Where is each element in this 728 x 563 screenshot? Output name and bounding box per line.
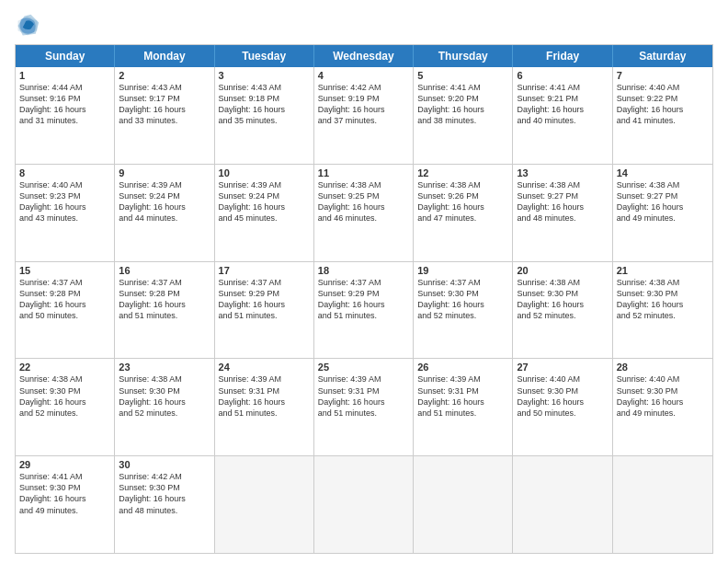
cell-text: Sunrise: 4:43 AMSunset: 9:18 PMDaylight:… xyxy=(219,82,310,127)
cell-text: Sunrise: 4:38 AMSunset: 9:30 PMDaylight:… xyxy=(517,277,608,322)
header-cell-monday: Monday xyxy=(115,45,214,67)
day-number: 11 xyxy=(318,167,409,178)
header-cell-sunday: Sunday xyxy=(16,45,115,67)
cell-text: Sunrise: 4:39 AMSunset: 9:24 PMDaylight:… xyxy=(119,179,210,224)
logo xyxy=(15,13,44,39)
calendar-cell-28: 28Sunrise: 4:40 AMSunset: 9:30 PMDayligh… xyxy=(613,359,712,455)
day-number: 18 xyxy=(318,265,409,276)
calendar-cell-10: 10Sunrise: 4:39 AMSunset: 9:24 PMDayligh… xyxy=(215,165,314,261)
day-number: 2 xyxy=(119,70,210,81)
calendar-row-3: 15Sunrise: 4:37 AMSunset: 9:28 PMDayligh… xyxy=(16,262,712,360)
calendar-cell-16: 16Sunrise: 4:37 AMSunset: 9:28 PMDayligh… xyxy=(115,262,214,359)
calendar-cell-12: 12Sunrise: 4:38 AMSunset: 9:26 PMDayligh… xyxy=(414,165,513,261)
calendar-cell-21: 21Sunrise: 4:38 AMSunset: 9:30 PMDayligh… xyxy=(613,262,712,359)
calendar-cell-30: 30Sunrise: 4:42 AMSunset: 9:30 PMDayligh… xyxy=(115,456,214,553)
day-number: 8 xyxy=(19,167,110,178)
calendar-cell-17: 17Sunrise: 4:37 AMSunset: 9:29 PMDayligh… xyxy=(215,262,314,359)
calendar-cell-1: 1Sunrise: 4:44 AMSunset: 9:16 PMDaylight… xyxy=(16,67,115,164)
cell-text: Sunrise: 4:39 AMSunset: 9:31 PMDaylight:… xyxy=(318,373,409,419)
calendar-cell-31 xyxy=(215,456,314,553)
calendar-cell-15: 15Sunrise: 4:37 AMSunset: 9:28 PMDayligh… xyxy=(16,262,115,359)
calendar-cell-20: 20Sunrise: 4:38 AMSunset: 9:30 PMDayligh… xyxy=(513,262,612,359)
day-number: 27 xyxy=(517,362,608,373)
calendar-row-2: 8Sunrise: 4:40 AMSunset: 9:23 PMDaylight… xyxy=(16,165,712,262)
calendar-row-5: 29Sunrise: 4:41 AMSunset: 9:30 PMDayligh… xyxy=(16,456,712,553)
cell-text: Sunrise: 4:37 AMSunset: 9:28 PMDaylight:… xyxy=(19,277,110,322)
cell-text: Sunrise: 4:43 AMSunset: 9:17 PMDaylight:… xyxy=(119,82,210,127)
cell-text: Sunrise: 4:38 AMSunset: 9:30 PMDaylight:… xyxy=(617,277,709,322)
calendar-cell-32 xyxy=(314,456,414,553)
calendar-cell-18: 18Sunrise: 4:37 AMSunset: 9:29 PMDayligh… xyxy=(314,262,414,359)
cell-text: Sunrise: 4:41 AMSunset: 9:30 PMDaylight:… xyxy=(19,471,110,516)
calendar-cell-24: 24Sunrise: 4:39 AMSunset: 9:31 PMDayligh… xyxy=(215,359,314,455)
cell-text: Sunrise: 4:42 AMSunset: 9:19 PMDaylight:… xyxy=(318,82,409,127)
calendar-cell-9: 9Sunrise: 4:39 AMSunset: 9:24 PMDaylight… xyxy=(115,165,214,261)
cell-text: Sunrise: 4:39 AMSunset: 9:31 PMDaylight:… xyxy=(219,373,310,419)
cell-text: Sunrise: 4:37 AMSunset: 9:29 PMDaylight:… xyxy=(318,277,409,322)
cell-text: Sunrise: 4:44 AMSunset: 9:16 PMDaylight:… xyxy=(19,82,110,127)
calendar-cell-14: 14Sunrise: 4:38 AMSunset: 9:27 PMDayligh… xyxy=(613,165,712,261)
calendar-cell-35 xyxy=(613,456,712,553)
header-cell-friday: Friday xyxy=(513,45,612,67)
calendar-row-1: 1Sunrise: 4:44 AMSunset: 9:16 PMDaylight… xyxy=(16,67,712,165)
calendar-cell-4: 4Sunrise: 4:42 AMSunset: 9:19 PMDaylight… xyxy=(314,67,414,164)
header-cell-thursday: Thursday xyxy=(414,45,513,67)
cell-text: Sunrise: 4:41 AMSunset: 9:21 PMDaylight:… xyxy=(517,82,608,127)
header-cell-saturday: Saturday xyxy=(613,45,712,67)
header xyxy=(15,13,713,39)
calendar-cell-3: 3Sunrise: 4:43 AMSunset: 9:18 PMDaylight… xyxy=(215,67,314,164)
cell-text: Sunrise: 4:41 AMSunset: 9:20 PMDaylight:… xyxy=(417,82,508,127)
calendar-cell-7: 7Sunrise: 4:40 AMSunset: 9:22 PMDaylight… xyxy=(613,67,712,164)
day-number: 20 xyxy=(517,265,608,276)
day-number: 7 xyxy=(617,70,709,81)
calendar-body: 1Sunrise: 4:44 AMSunset: 9:16 PMDaylight… xyxy=(16,67,712,553)
day-number: 29 xyxy=(19,459,110,470)
day-number: 24 xyxy=(219,362,310,373)
day-number: 28 xyxy=(617,362,709,373)
cell-text: Sunrise: 4:40 AMSunset: 9:23 PMDaylight:… xyxy=(19,179,110,224)
day-number: 14 xyxy=(617,167,709,178)
day-number: 15 xyxy=(19,265,110,276)
calendar-cell-11: 11Sunrise: 4:38 AMSunset: 9:25 PMDayligh… xyxy=(314,165,414,261)
calendar-cell-8: 8Sunrise: 4:40 AMSunset: 9:23 PMDaylight… xyxy=(16,165,115,261)
header-cell-wednesday: Wednesday xyxy=(314,45,414,67)
cell-text: Sunrise: 4:39 AMSunset: 9:24 PMDaylight:… xyxy=(219,179,310,224)
cell-text: Sunrise: 4:37 AMSunset: 9:28 PMDaylight:… xyxy=(119,277,210,322)
calendar-header-row: SundayMondayTuesdayWednesdayThursdayFrid… xyxy=(16,45,712,67)
cell-text: Sunrise: 4:38 AMSunset: 9:30 PMDaylight:… xyxy=(119,373,210,419)
day-number: 13 xyxy=(517,167,608,178)
day-number: 5 xyxy=(417,70,508,81)
calendar-row-4: 22Sunrise: 4:38 AMSunset: 9:30 PMDayligh… xyxy=(16,359,712,456)
calendar-cell-22: 22Sunrise: 4:38 AMSunset: 9:30 PMDayligh… xyxy=(16,359,115,455)
day-number: 1 xyxy=(19,70,110,81)
cell-text: Sunrise: 4:37 AMSunset: 9:30 PMDaylight:… xyxy=(417,277,508,322)
calendar-cell-34 xyxy=(513,456,612,553)
calendar-cell-23: 23Sunrise: 4:38 AMSunset: 9:30 PMDayligh… xyxy=(115,359,214,455)
calendar: SundayMondayTuesdayWednesdayThursdayFrid… xyxy=(15,44,713,554)
cell-text: Sunrise: 4:40 AMSunset: 9:30 PMDaylight:… xyxy=(617,373,709,419)
calendar-cell-6: 6Sunrise: 4:41 AMSunset: 9:21 PMDaylight… xyxy=(513,67,612,164)
page: SundayMondayTuesdayWednesdayThursdayFrid… xyxy=(0,0,728,563)
calendar-cell-29: 29Sunrise: 4:41 AMSunset: 9:30 PMDayligh… xyxy=(16,456,115,553)
calendar-cell-13: 13Sunrise: 4:38 AMSunset: 9:27 PMDayligh… xyxy=(513,165,612,261)
calendar-cell-5: 5Sunrise: 4:41 AMSunset: 9:20 PMDaylight… xyxy=(414,67,513,164)
day-number: 6 xyxy=(517,70,608,81)
cell-text: Sunrise: 4:38 AMSunset: 9:30 PMDaylight:… xyxy=(19,373,110,419)
cell-text: Sunrise: 4:42 AMSunset: 9:30 PMDaylight:… xyxy=(119,471,210,516)
cell-text: Sunrise: 4:38 AMSunset: 9:25 PMDaylight:… xyxy=(318,179,409,224)
day-number: 17 xyxy=(219,265,310,276)
calendar-cell-26: 26Sunrise: 4:39 AMSunset: 9:31 PMDayligh… xyxy=(414,359,513,455)
cell-text: Sunrise: 4:40 AMSunset: 9:22 PMDaylight:… xyxy=(617,82,709,127)
header-cell-tuesday: Tuesday xyxy=(215,45,314,67)
day-number: 30 xyxy=(119,459,210,470)
cell-text: Sunrise: 4:40 AMSunset: 9:30 PMDaylight:… xyxy=(517,373,608,419)
calendar-cell-19: 19Sunrise: 4:37 AMSunset: 9:30 PMDayligh… xyxy=(414,262,513,359)
day-number: 12 xyxy=(417,167,508,178)
calendar-cell-2: 2Sunrise: 4:43 AMSunset: 9:17 PMDaylight… xyxy=(115,67,214,164)
day-number: 9 xyxy=(119,167,210,178)
cell-text: Sunrise: 4:38 AMSunset: 9:27 PMDaylight:… xyxy=(517,179,608,224)
day-number: 4 xyxy=(318,70,409,81)
day-number: 26 xyxy=(417,362,508,373)
day-number: 23 xyxy=(119,362,210,373)
day-number: 19 xyxy=(417,265,508,276)
